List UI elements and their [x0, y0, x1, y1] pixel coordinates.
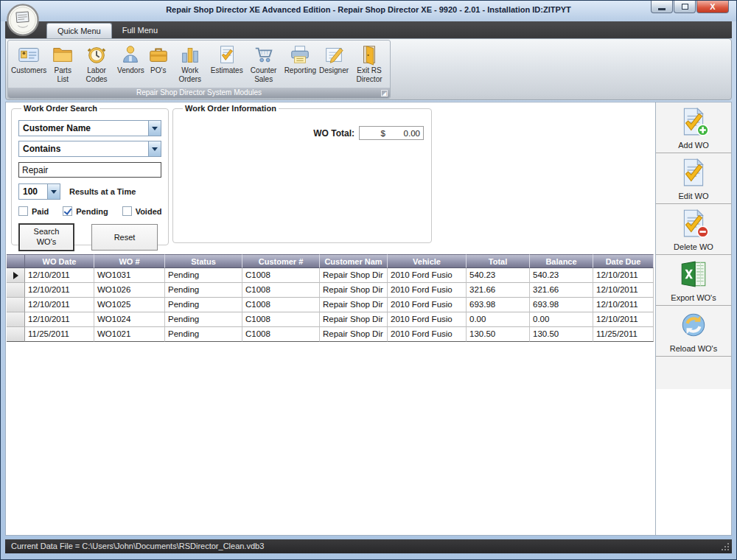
checkbox-icon[interactable] [18, 206, 28, 216]
grid-cell[interactable]: Repair Shop Dir [320, 283, 388, 298]
edit-wo-button[interactable]: Edit WO [656, 153, 731, 204]
grid-cell[interactable]: 540.23 [530, 268, 593, 283]
tab-quick-menu[interactable]: Quick Menu [46, 23, 112, 38]
table-row[interactable]: 12/10/2011WO1025PendingC1008Repair Shop … [7, 298, 654, 312]
grid-cell[interactable]: 12/10/2011 [593, 268, 654, 283]
grid-cell[interactable]: 321.66 [530, 283, 593, 298]
ribbon-item-po-s[interactable]: PO's [146, 43, 171, 87]
grid-header-balance[interactable]: Balance [530, 254, 593, 268]
grid-cell[interactable]: C1008 [242, 327, 320, 342]
ribbon-item-exit-rs-director[interactable]: Exit RS Director [350, 43, 388, 87]
grid-cell[interactable]: 693.98 [467, 298, 530, 312]
grid-cell[interactable]: WO1025 [94, 298, 165, 312]
grid-cell[interactable]: WO1031 [94, 268, 165, 283]
ribbon-item-estimates[interactable]: Estimates [209, 43, 245, 87]
grid-cell[interactable]: C1008 [242, 283, 320, 298]
search-field-combo[interactable]: Customer Name [18, 120, 161, 136]
row-selector[interactable] [7, 298, 25, 312]
checkbox-pending[interactable]: Pending [63, 206, 108, 216]
row-selector[interactable] [7, 283, 25, 298]
grid-cell[interactable]: WO1021 [94, 327, 165, 342]
grid-cell[interactable]: Repair Shop Dir [320, 312, 388, 327]
checkbox-voided[interactable]: Voided [122, 206, 162, 216]
row-selector[interactable] [7, 268, 25, 283]
add-wo-button[interactable]: Add WO [656, 102, 731, 153]
grid-cell[interactable]: Pending [165, 312, 242, 327]
table-row[interactable]: 12/10/2011WO1031PendingC1008Repair Shop … [7, 268, 654, 283]
checkbox-icon[interactable] [122, 206, 132, 216]
ribbon-item-vendors[interactable]: Vendors [116, 43, 146, 87]
grid-cell[interactable]: 11/25/2011 [25, 327, 94, 342]
grid-cell[interactable]: 12/10/2011 [593, 298, 654, 312]
row-selector[interactable] [7, 327, 25, 342]
table-row[interactable]: 11/25/2011WO1021PendingC1008Repair Shop … [7, 327, 654, 342]
chevron-down-icon[interactable] [148, 141, 161, 156]
grid-cell[interactable]: 2010 Ford Fusio [388, 268, 467, 283]
grid-cell[interactable]: 11/25/2011 [593, 327, 654, 342]
grid-cell[interactable]: 2010 Ford Fusio [388, 283, 467, 298]
grid-cell[interactable]: WO1026 [94, 283, 165, 298]
checkbox-paid[interactable]: Paid [18, 206, 49, 216]
search-wos-button[interactable]: Search WO's [18, 223, 74, 251]
grid-cell[interactable]: Pending [165, 327, 242, 342]
ribbon-item-designer[interactable]: Designer [318, 43, 350, 87]
ribbon-item-reporting[interactable]: Reporting [283, 43, 318, 87]
grid-cell[interactable]: 0.00 [530, 312, 593, 327]
grid-cell[interactable]: 2010 Ford Fusio [388, 312, 467, 327]
grid-header-customer-nam[interactable]: Customer Nam [320, 254, 388, 268]
ribbon-item-parts-list[interactable]: Parts List [48, 43, 77, 87]
grid-cell[interactable]: 321.66 [467, 283, 530, 298]
export-wo-s-button[interactable]: Export WO's [656, 255, 731, 306]
grid-cell[interactable]: Repair Shop Dir [320, 298, 388, 312]
search-operator-combo[interactable]: Contains [18, 141, 161, 157]
table-row[interactable]: 12/10/2011WO1024PendingC1008Repair Shop … [7, 312, 654, 327]
grid-cell[interactable]: 0.00 [467, 312, 530, 327]
grid-header-status[interactable]: Status [165, 254, 242, 268]
grid-header-customer[interactable]: Customer # [242, 254, 320, 268]
app-logo-icon[interactable] [6, 3, 40, 37]
grid-cell[interactable]: Pending [165, 268, 242, 283]
grid-cell[interactable]: 12/10/2011 [25, 298, 94, 312]
grid-cell[interactable]: 130.50 [467, 327, 530, 342]
table-row[interactable]: 12/10/2011WO1026PendingC1008Repair Shop … [7, 283, 654, 298]
close-button[interactable]: X [696, 1, 729, 13]
delete-wo-button[interactable]: Delete WO [656, 204, 731, 255]
grid-cell[interactable]: Repair Shop Dir [320, 268, 388, 283]
grid-cell[interactable]: 2010 Ford Fusio [388, 327, 467, 342]
grid-header-total[interactable]: Total [467, 254, 530, 268]
grid-cell[interactable]: Pending [165, 298, 242, 312]
results-count-combo[interactable]: 100 [18, 183, 60, 200]
ribbon-item-labor-codes[interactable]: Labor Codes [77, 43, 116, 87]
dialog-launcher-icon[interactable]: ◢ [381, 90, 388, 97]
chevron-down-icon[interactable] [148, 121, 161, 136]
grid-cell[interactable]: C1008 [242, 312, 320, 327]
grid-header-date-due[interactable]: Date Due [593, 254, 654, 268]
grid-cell[interactable]: 12/10/2011 [593, 312, 654, 327]
grid-cell[interactable]: 540.23 [467, 268, 530, 283]
ribbon-item-work-orders[interactable]: Work Orders [171, 43, 209, 87]
grid-cell[interactable]: WO1024 [94, 312, 165, 327]
grid-cell[interactable]: 130.50 [530, 327, 593, 342]
grid-cell[interactable]: 2010 Ford Fusio [388, 298, 467, 312]
grid-header-wo-date[interactable]: WO Date [25, 254, 94, 268]
chevron-down-icon[interactable] [47, 184, 60, 199]
tab-full-menu[interactable]: Full Menu [112, 23, 168, 38]
row-selector[interactable] [7, 312, 25, 327]
grid-cell[interactable]: Repair Shop Dir [320, 327, 388, 342]
reset-button[interactable]: Reset [91, 224, 158, 251]
grid-cell[interactable]: C1008 [242, 268, 320, 283]
grid-header-vehicle[interactable]: Vehicle [388, 254, 467, 268]
grid-cell[interactable]: 12/10/2011 [25, 312, 94, 327]
grid-cell[interactable]: C1008 [242, 298, 320, 312]
resize-grip-icon[interactable] [721, 542, 730, 552]
ribbon-item-customers[interactable]: Customers [10, 43, 48, 87]
checkbox-icon[interactable] [63, 206, 72, 216]
search-text-input[interactable]: Repair [18, 162, 161, 178]
restore-button[interactable] [674, 1, 696, 13]
grid-header-wo[interactable]: WO # [94, 254, 165, 268]
grid-cell[interactable]: 12/10/2011 [25, 283, 94, 298]
grid-cell[interactable]: 12/10/2011 [25, 268, 94, 283]
grid-cell[interactable]: Pending [165, 283, 242, 298]
minimize-button[interactable] [651, 1, 673, 13]
ribbon-item-counter-sales[interactable]: Counter Sales [245, 43, 283, 87]
